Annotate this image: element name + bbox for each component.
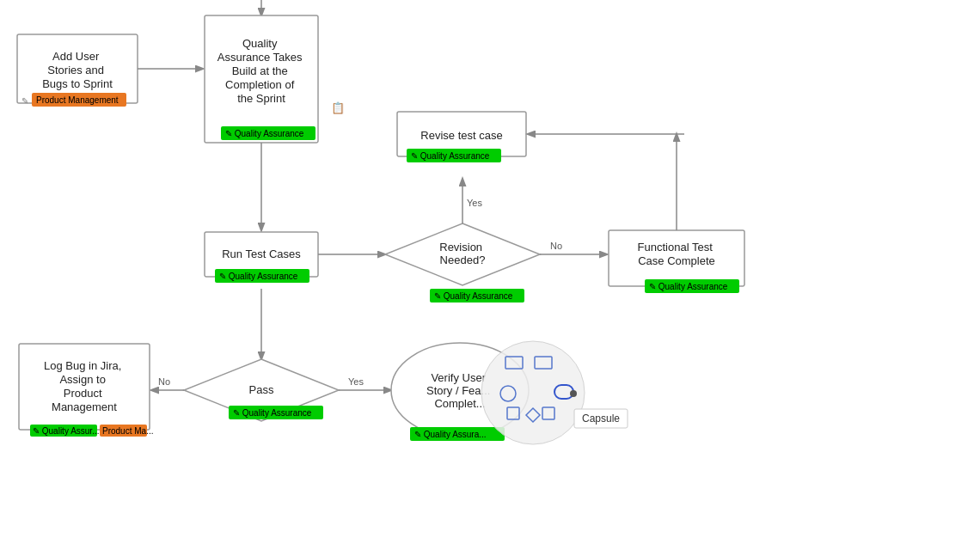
functional-test-complete-tag-text: ✎ Quality Assurance: [649, 282, 728, 291]
qa-takes-build-tag-text: ✎ Quality Assurance: [225, 129, 304, 138]
revision-needed-tag-text: ✎ Quality Assurance: [434, 291, 513, 301]
log-bug-tag2-text: Product Ma...: [102, 426, 153, 436]
no-label-1: No: [550, 241, 562, 251]
cursor: [570, 390, 577, 397]
note-icon: 📋: [331, 101, 346, 115]
run-test-cases-tag-text: ✎ Quality Assurance: [219, 272, 298, 281]
add-user-stories-text: Add User Stories and Bugs to Sprint: [42, 50, 113, 90]
capsule-tooltip-text: Capsule: [582, 412, 620, 425]
tag-icon: ✎: [21, 96, 28, 106]
revise-test-case-text: Revise test case: [420, 129, 502, 142]
no-label-2: No: [158, 376, 170, 387]
verify-user-story-tag-text: ✎ Quality Assura...: [414, 430, 487, 439]
functional-test-complete-text: Functional Test Case Complete: [638, 241, 716, 267]
add-user-stories-tag-text: Product Management: [36, 95, 119, 105]
pass-tag-text: ✎ Quality Assurance: [233, 408, 312, 418]
revision-needed-text: Revision Needed?: [439, 241, 485, 266]
yes-label: Yes: [467, 198, 482, 208]
run-test-cases-text: Run Test Cases: [222, 248, 301, 260]
revise-test-case-tag-text: ✎ Quality Assurance: [411, 151, 490, 161]
pass-text: Pass: [249, 383, 274, 396]
yes-label-2: Yes: [348, 376, 364, 387]
shape-picker-circle[interactable]: [481, 341, 585, 444]
log-bug-tag1-text: ✎ Quality Assur...: [33, 426, 99, 436]
